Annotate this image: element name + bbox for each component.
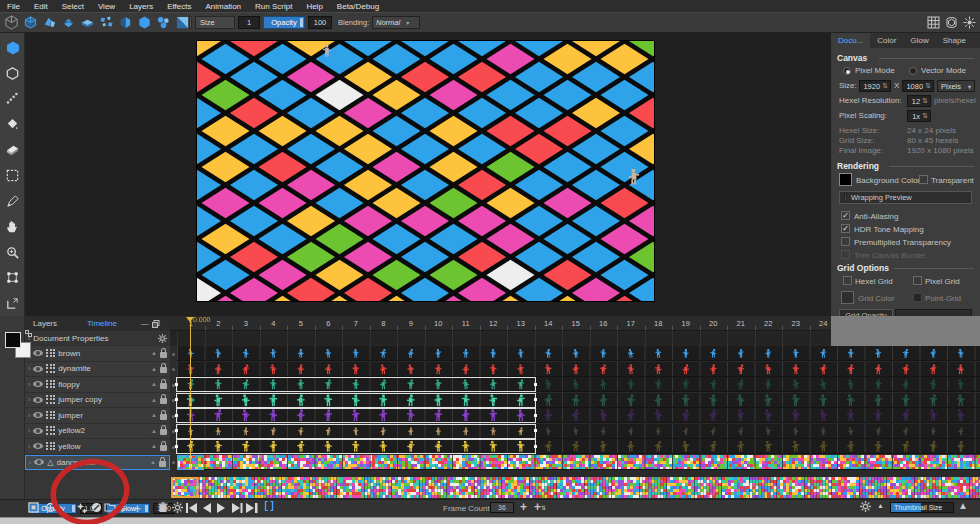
layers-collapse-icon[interactable]: —: [141, 319, 149, 328]
hexel-brush-tool[interactable]: [2, 37, 23, 58]
expand-chevron-icon[interactable]: ›: [28, 365, 30, 372]
layer-mask-icon[interactable]: [28, 502, 39, 513]
new-group-icon[interactable]: [104, 502, 116, 512]
track-yellow[interactable]: [177, 439, 980, 454]
layer-alpha-icon[interactable]: ▲: [151, 381, 157, 387]
vector-mode-radio[interactable]: [909, 67, 917, 75]
canvas-width-field[interactable]: 1920⇅: [859, 80, 891, 92]
track-jumper[interactable]: [177, 408, 980, 423]
menu-layers[interactable]: Layers: [122, 2, 160, 11]
swap-colors-icon[interactable]: [25, 330, 33, 338]
track-jumper-copy[interactable]: [177, 393, 980, 408]
layers-popout-icon[interactable]: [152, 320, 160, 328]
layer-visibility-eye-icon[interactable]: [34, 459, 44, 465]
tab-layers[interactable]: Layers: [25, 319, 65, 328]
layer-alpha-icon[interactable]: ▲: [151, 443, 157, 449]
draw-layer-icon[interactable]: [91, 502, 102, 513]
brush-gem-icon[interactable]: [60, 14, 77, 31]
blending-dropdown[interactable]: Normal▾: [372, 16, 420, 29]
layer-row-yellow2[interactable]: ›yellow2▲: [25, 424, 170, 440]
expand-chevron-icon[interactable]: ›: [28, 427, 30, 434]
menu-file[interactable]: File: [0, 2, 27, 11]
layer-lock-icon[interactable]: [160, 398, 167, 404]
composite-preview-strip[interactable]: [171, 477, 980, 498]
layer-alpha-icon[interactable]: ▲: [151, 366, 157, 372]
brush-slab-icon[interactable]: [79, 14, 96, 31]
pixel-mode-label[interactable]: Pixel Mode: [855, 66, 895, 75]
hexel-mask-toggle-icon[interactable]: [943, 14, 959, 30]
expand-chevron-icon[interactable]: ›: [28, 381, 30, 388]
layer-row-jumper-copy[interactable]: ›jumper copy▲: [25, 393, 170, 409]
layer-row-yellow[interactable]: ›yellow▲: [25, 439, 170, 455]
layer-lock-icon[interactable]: [159, 461, 166, 467]
brush-size-value[interactable]: 1: [238, 16, 260, 29]
brush-shards-icon[interactable]: [41, 14, 58, 31]
track-dance-floor[interactable]: [177, 455, 980, 470]
transform-tool[interactable]: [2, 267, 23, 288]
step-back-icon[interactable]: [201, 503, 213, 513]
hexel-grid-checkbox[interactable]: [843, 276, 852, 285]
marquee-select-tool[interactable]: [2, 165, 23, 186]
anti-aliasing-checkbox[interactable]: ✓: [841, 211, 850, 220]
canvas-viewport[interactable]: [25, 33, 831, 316]
layer-lock-icon[interactable]: [160, 445, 167, 451]
hexel-outline-tool[interactable]: [2, 63, 23, 84]
track-toggle-dot[interactable]: [172, 353, 175, 356]
delete-layer-icon[interactable]: [158, 502, 168, 513]
layer-row-brown[interactable]: ›brown▲: [25, 346, 170, 362]
expand-chevron-icon[interactable]: ›: [28, 396, 30, 403]
line-tool[interactable]: [2, 88, 23, 109]
track-toggle-dot[interactable]: [172, 399, 175, 402]
brush-opacity-slider[interactable]: Opacity: [263, 16, 305, 29]
add-layer-2-icon[interactable]: +: [134, 502, 141, 516]
insert-frame-icon[interactable]: +⇅: [534, 500, 546, 514]
track-toggle-dot[interactable]: [172, 430, 175, 433]
brush-cube-icon[interactable]: [22, 14, 39, 31]
brush-scatter-icon[interactable]: [98, 14, 115, 31]
panel-tab-glow[interactable]: Glow: [903, 36, 935, 45]
eraser-tool[interactable]: [2, 139, 23, 160]
layer-lock-icon[interactable]: [160, 414, 167, 420]
track-brown[interactable]: [177, 346, 980, 361]
layer-alpha-icon[interactable]: ▲: [151, 350, 157, 356]
layer-alpha-icon[interactable]: ▲: [151, 428, 157, 434]
layer-visibility-eye-icon[interactable]: [33, 366, 43, 372]
grid-color-swatch[interactable]: [841, 291, 854, 304]
track-toggle-dot[interactable]: [172, 368, 175, 371]
document-settings-gear-icon[interactable]: [158, 334, 167, 343]
brush-circles-icon[interactable]: [155, 14, 172, 31]
play-icon[interactable]: [216, 503, 228, 513]
layer-row-dynamite[interactable]: ›dynamite▲: [25, 362, 170, 378]
pixel-grid-checkbox[interactable]: [913, 276, 922, 285]
go-first-frame-icon[interactable]: [186, 503, 198, 513]
canvas-height-field[interactable]: 1080⇅: [902, 80, 934, 92]
panel-tab-color[interactable]: Color: [870, 36, 903, 45]
picker-pen-tool[interactable]: [2, 191, 23, 212]
vector-mode-label[interactable]: Vector Mode: [921, 66, 966, 75]
menu-animation[interactable]: Animation: [198, 2, 248, 11]
track-toggle-dot[interactable]: [172, 461, 175, 464]
menu-beta-debug[interactable]: Beta/Debug: [330, 2, 386, 11]
track-yellow2[interactable]: [177, 424, 980, 439]
layer-visibility-eye-icon[interactable]: [33, 381, 43, 387]
layer-row-dance-floor[interactable]: ›△dance floor▲: [25, 455, 170, 471]
layer-visibility-eye-icon[interactable]: [33, 397, 43, 403]
layer-effects-icon[interactable]: [45, 502, 56, 513]
layer-lock-icon[interactable]: [160, 352, 167, 358]
track-toggle-dot[interactable]: [172, 415, 175, 418]
layer-lock-icon[interactable]: [160, 367, 167, 373]
panel-tab-shape[interactable]: Shape: [936, 36, 973, 45]
layer-visibility-eye-icon[interactable]: [33, 412, 43, 418]
brush-size-label[interactable]: Size: [195, 16, 235, 29]
layer-row-jumper[interactable]: ›jumper▲: [25, 408, 170, 424]
playhead-line[interactable]: [190, 318, 191, 470]
thumbnail-large-icon[interactable]: ▲: [958, 500, 968, 511]
zoom-tool[interactable]: [2, 242, 23, 263]
brush-hexagon-icon[interactable]: [136, 14, 153, 31]
brush-opacity-value[interactable]: 100: [308, 16, 332, 29]
layer-settings-gear-icon[interactable]: [172, 502, 183, 513]
hexel-resolution-field[interactable]: 12⇅: [907, 95, 931, 107]
hdr-tone-mapping-checkbox[interactable]: ✓: [841, 224, 850, 233]
expand-chevron-icon[interactable]: ›: [28, 412, 30, 419]
menu-select[interactable]: Select: [55, 2, 91, 11]
